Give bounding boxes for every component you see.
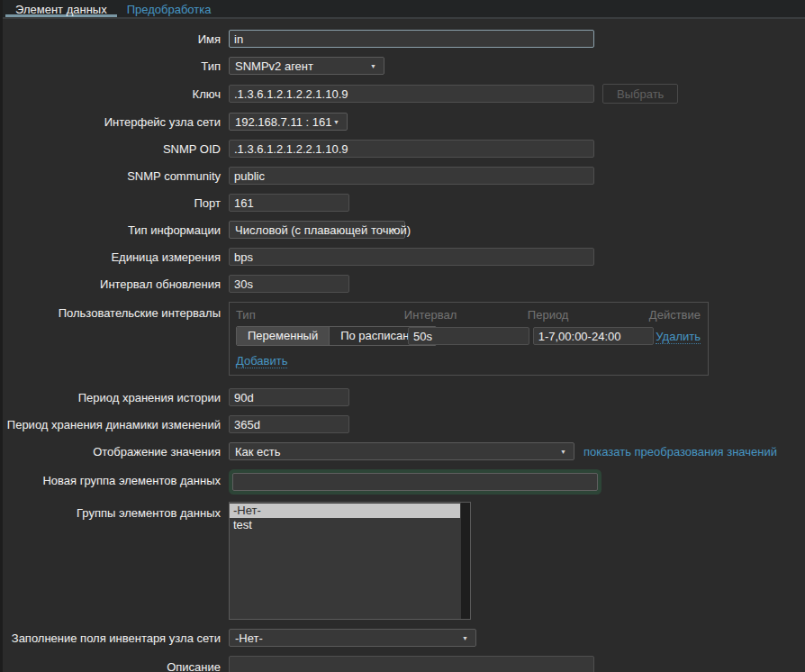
update-interval-label: Интервал обновления (0, 277, 221, 291)
column-header-period: Период (528, 308, 649, 322)
inventory-label: Заполнение поля инвентаря узла сети (0, 631, 221, 645)
chevron-down-icon: ▼ (333, 119, 339, 126)
snmp-community-label: SNMP community (0, 169, 221, 183)
interface-select[interactable]: 192.168.7.11 : 161 ▼ (229, 113, 348, 131)
units-input[interactable] (229, 248, 594, 266)
port-input[interactable] (229, 194, 349, 212)
port-label: Порт (0, 196, 221, 210)
key-label: Ключ (0, 87, 221, 101)
units-label: Единица измерения (0, 250, 221, 264)
show-value-mappings-link[interactable]: показать преобразования значений (583, 445, 777, 459)
key-input[interactable] (229, 85, 594, 103)
chevron-down-icon: ▼ (370, 63, 376, 70)
chevron-down-icon: ▼ (391, 227, 397, 234)
custom-interval-input[interactable] (408, 327, 529, 345)
listbox-option-none[interactable]: -Нет- (230, 504, 460, 518)
custom-period-input[interactable] (533, 327, 654, 345)
description-label: Описание (0, 656, 221, 672)
new-application-label: Новая группа элементов данных (0, 474, 221, 487)
name-input[interactable] (229, 30, 594, 48)
trends-label: Период хранения динамики изменений (0, 418, 221, 431)
column-header-action: Действие (649, 308, 701, 322)
listbox-scrollbar[interactable] (461, 503, 470, 619)
item-form: Имя Тип SNMPv2 агент ▼ Ключ Выбрать Инте… (0, 19, 805, 672)
history-input[interactable] (229, 388, 349, 406)
info-type-label: Тип информации (0, 223, 221, 237)
applications-listbox[interactable]: -Нет- test (229, 502, 471, 620)
custom-interval-row: Переменный По расписанию Удалить (236, 326, 701, 346)
applications-label: Группы элементов данных (0, 502, 221, 520)
select-key-button[interactable]: Выбрать (602, 84, 678, 104)
snmp-oid-label: SNMP OID (0, 142, 221, 156)
add-interval-link[interactable]: Добавить (236, 354, 287, 368)
type-label: Тип (0, 59, 221, 73)
interval-type-flexible[interactable]: Переменный (237, 327, 329, 345)
interval-type-toggle: Переменный По расписанию (236, 326, 437, 346)
info-type-select[interactable]: Числовой (с плавающей точкой) ▼ (229, 221, 405, 239)
interface-label: Интерфейс узла сети (0, 115, 221, 129)
type-select[interactable]: SNMPv2 агент ▼ (229, 57, 384, 75)
listbox-option-test[interactable]: test (230, 518, 460, 532)
tab-bar: Элемент данных Предобработка (0, 0, 805, 19)
custom-intervals-table: Тип Интервал Период Действие Переменный … (229, 302, 709, 376)
new-application-input[interactable] (232, 473, 598, 491)
update-interval-input[interactable] (229, 275, 349, 293)
name-label: Имя (0, 32, 221, 46)
chevron-down-icon: ▼ (560, 449, 566, 456)
trends-input[interactable] (229, 415, 349, 433)
custom-intervals-label: Пользовательские интервалы (0, 302, 221, 320)
tab-preprocessing[interactable]: Предобработка (117, 0, 222, 17)
value-map-label: Отображение значения (0, 445, 221, 459)
inventory-select[interactable]: -Нет- ▼ (229, 629, 476, 647)
remove-interval-link[interactable]: Удалить (656, 330, 701, 344)
page-left-edge (0, 0, 3, 672)
tab-item[interactable]: Элемент данных (5, 0, 117, 17)
chevron-down-icon: ▼ (462, 635, 468, 642)
column-header-type: Тип (236, 308, 404, 322)
column-header-interval: Интервал (404, 308, 528, 322)
value-map-select[interactable]: Как есть ▼ (229, 442, 574, 460)
history-label: Период хранения истории (0, 391, 221, 404)
snmp-community-input[interactable] (229, 167, 594, 185)
description-textarea[interactable] (229, 656, 594, 672)
snmp-oid-input[interactable] (229, 140, 594, 158)
